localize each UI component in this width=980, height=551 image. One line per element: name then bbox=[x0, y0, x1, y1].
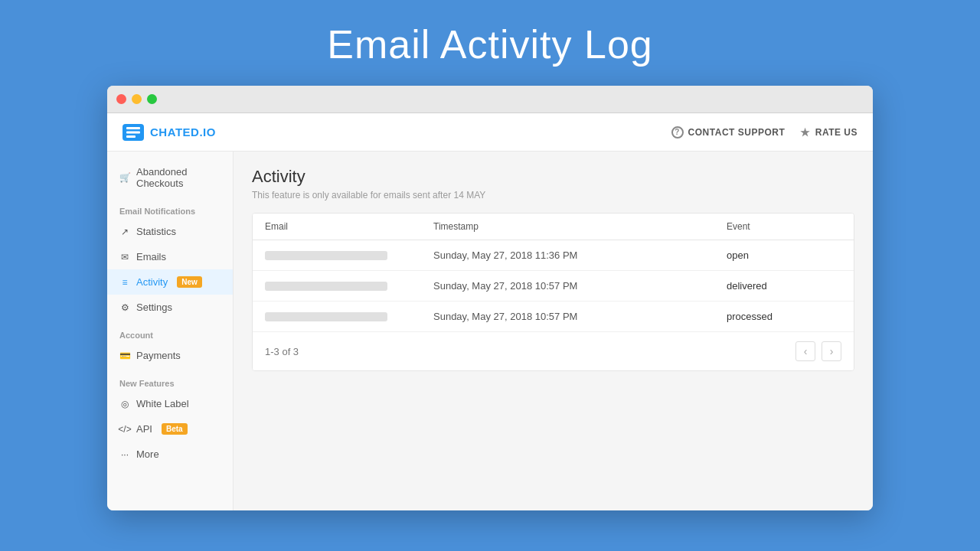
table-row: Sunday, May 27, 2018 10:57 PM processed bbox=[253, 302, 854, 332]
table-row: Sunday, May 27, 2018 11:36 PM open bbox=[253, 240, 854, 271]
logo-text: CHATED.IO bbox=[150, 126, 216, 139]
minimize-button[interactable] bbox=[132, 94, 142, 104]
pagination-next-button[interactable]: › bbox=[822, 341, 841, 361]
email-placeholder-3 bbox=[265, 312, 387, 321]
email-placeholder-2 bbox=[265, 282, 387, 291]
table-row: Sunday, May 27, 2018 10:57 PM delivered bbox=[253, 271, 854, 302]
pagination-prev-button[interactable]: ‹ bbox=[795, 341, 815, 361]
sidebar-label-white-label: White Label bbox=[136, 398, 189, 409]
event-cell-1: open bbox=[727, 249, 841, 261]
star-icon: ★ bbox=[800, 126, 811, 139]
email-placeholder-1 bbox=[265, 251, 387, 260]
email-cell-3 bbox=[265, 312, 433, 321]
pagination-info: 1-3 of 3 bbox=[265, 346, 299, 357]
sidebar-item-emails[interactable]: ✉ Emails bbox=[107, 244, 233, 269]
app-window: CHATED.IO ? CONTACT SUPPORT ★ RATE US 🛒 … bbox=[107, 86, 873, 510]
rate-us-button[interactable]: ★ RATE US bbox=[800, 126, 858, 139]
sidebar-label-api: API bbox=[136, 423, 152, 435]
app-bar: CHATED.IO ? CONTACT SUPPORT ★ RATE US bbox=[107, 113, 873, 152]
logo-icon bbox=[122, 124, 144, 141]
email-cell-2 bbox=[265, 282, 433, 291]
app-content: 🛒 Abandoned Checkouts Email Notification… bbox=[107, 152, 873, 510]
sidebar-item-api[interactable]: </> API Beta bbox=[107, 416, 233, 442]
label-icon: ◎ bbox=[119, 399, 130, 409]
main-content: Activity This feature is only available … bbox=[234, 152, 873, 510]
more-icon: ··· bbox=[119, 449, 130, 460]
sidebar-label-settings: Settings bbox=[136, 302, 172, 313]
new-badge: New bbox=[177, 276, 202, 288]
sidebar-label-emails: Emails bbox=[136, 251, 166, 262]
event-cell-2: delivered bbox=[727, 280, 841, 292]
col-header-timestamp: Timestamp bbox=[433, 221, 727, 232]
title-bar bbox=[107, 86, 873, 113]
contact-support-button[interactable]: ? CONTACT SUPPORT bbox=[671, 126, 786, 139]
pagination-controls: ‹ › bbox=[795, 341, 841, 361]
maximize-button[interactable] bbox=[147, 94, 157, 104]
email-cell-1 bbox=[265, 251, 433, 260]
sidebar-item-activity[interactable]: ≡ Activity New bbox=[107, 269, 233, 295]
timestamp-cell-1: Sunday, May 27, 2018 11:36 PM bbox=[433, 249, 727, 261]
sidebar-label-abandoned-checkouts: Abandoned Checkouts bbox=[136, 166, 220, 189]
sidebar-item-statistics[interactable]: ↗ Statistics bbox=[107, 219, 233, 244]
section-new-features: New Features bbox=[107, 368, 233, 391]
sidebar-item-more[interactable]: ··· More bbox=[107, 442, 233, 467]
timestamp-cell-3: Sunday, May 27, 2018 10:57 PM bbox=[433, 311, 727, 322]
beta-badge: Beta bbox=[162, 423, 188, 435]
section-email-notifications: Email Notifications bbox=[107, 196, 233, 219]
sidebar-item-abandoned-checkouts[interactable]: 🛒 Abandoned Checkouts bbox=[107, 159, 233, 196]
table-header: Email Timestamp Event bbox=[253, 214, 854, 240]
sidebar-label-activity: Activity bbox=[136, 276, 168, 288]
pagination: 1-3 of 3 ‹ › bbox=[253, 332, 854, 370]
col-header-email: Email bbox=[265, 221, 433, 232]
activity-icon: ≡ bbox=[119, 277, 130, 288]
sidebar-label-statistics: Statistics bbox=[136, 226, 176, 237]
sidebar-item-white-label[interactable]: ◎ White Label bbox=[107, 391, 233, 416]
traffic-lights bbox=[116, 94, 157, 104]
close-button[interactable] bbox=[116, 94, 126, 104]
question-icon: ? bbox=[671, 126, 684, 139]
page-title: Activity bbox=[252, 167, 854, 187]
email-icon: ✉ bbox=[119, 252, 130, 262]
chart-icon: ↗ bbox=[119, 227, 130, 237]
svg-rect-2 bbox=[126, 135, 136, 138]
logo: CHATED.IO bbox=[122, 124, 216, 141]
hero-title: Email Activity Log bbox=[327, 0, 653, 86]
contact-support-label: CONTACT SUPPORT bbox=[688, 127, 786, 138]
sidebar: 🛒 Abandoned Checkouts Email Notification… bbox=[107, 152, 234, 510]
page-subtitle: This feature is only available for email… bbox=[252, 190, 854, 201]
section-account: Account bbox=[107, 320, 233, 343]
sidebar-label-payments: Payments bbox=[136, 350, 181, 361]
gear-icon: ⚙ bbox=[119, 302, 130, 313]
col-header-event: Event bbox=[727, 221, 841, 232]
sidebar-item-payments[interactable]: 💳 Payments bbox=[107, 343, 233, 368]
event-cell-3: processed bbox=[727, 311, 841, 322]
sidebar-item-settings[interactable]: ⚙ Settings bbox=[107, 295, 233, 320]
payment-icon: 💳 bbox=[119, 350, 130, 361]
rate-us-label: RATE US bbox=[815, 127, 858, 138]
cart-icon: 🛒 bbox=[119, 172, 130, 183]
svg-rect-0 bbox=[126, 127, 140, 129]
svg-rect-1 bbox=[126, 131, 140, 133]
sidebar-label-more: More bbox=[136, 448, 159, 460]
code-icon: </> bbox=[119, 424, 130, 435]
timestamp-cell-2: Sunday, May 27, 2018 10:57 PM bbox=[433, 280, 727, 292]
app-bar-actions: ? CONTACT SUPPORT ★ RATE US bbox=[671, 126, 858, 139]
activity-table: Email Timestamp Event Sunday, May 27, 20… bbox=[252, 213, 854, 371]
